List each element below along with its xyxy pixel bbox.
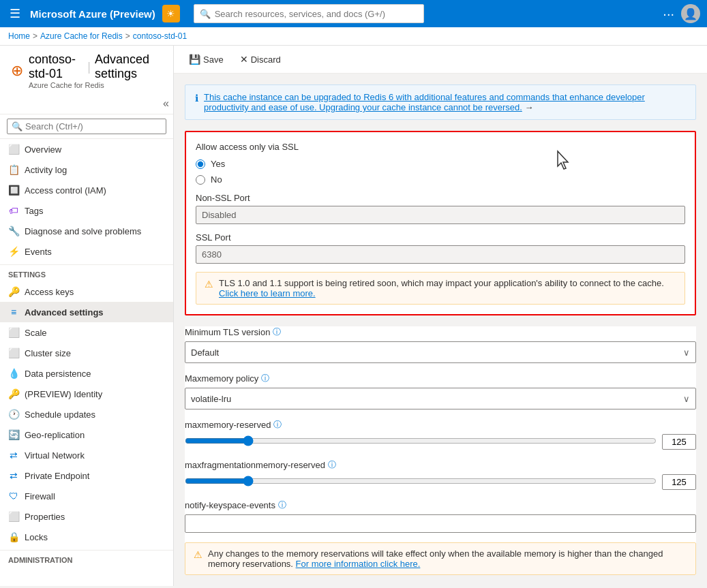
toolbar: 💾 Save ✕ Discard xyxy=(174,46,707,74)
access-keys-icon: 🔑 xyxy=(8,286,19,297)
maxfrag-reserved-value[interactable] xyxy=(662,474,696,490)
sidebar-item-data-persistence[interactable]: 💧 Data persistence xyxy=(0,363,173,384)
admin-section-header: Administration xyxy=(0,550,173,567)
memory-info-link[interactable]: For more information click here. xyxy=(296,559,421,569)
ssl-no-radio[interactable] xyxy=(196,175,205,185)
sidebar-item-label: Scale xyxy=(25,328,47,338)
global-search-box[interactable]: 🔍 xyxy=(194,4,424,23)
sidebar-item-cluster-size[interactable]: ⬜ Cluster size xyxy=(0,343,173,363)
maxfrag-reserved-slider-row xyxy=(185,474,696,490)
sidebar-search-input[interactable] xyxy=(25,121,162,131)
hamburger-menu[interactable]: ☰ xyxy=(7,3,23,24)
maxmemory-reserved-row: maxmemory-reserved ⓘ xyxy=(185,419,696,450)
save-button[interactable]: 💾 Save xyxy=(185,51,228,67)
sidebar-item-geo-replication[interactable]: 🔄 Geo-replication xyxy=(0,424,173,445)
main-layout: ⊕ contoso-std-01 | Advanced settings Azu… xyxy=(0,46,707,586)
sidebar-item-label: Access control (IAM) xyxy=(25,185,106,196)
sidebar-item-label: Events xyxy=(25,247,52,257)
global-search-input[interactable] xyxy=(215,9,418,19)
overview-icon: ⬜ xyxy=(8,144,19,155)
breadcrumb-resource[interactable]: contoso-std-01 xyxy=(133,31,187,41)
settings-section-header: Settings xyxy=(0,264,173,281)
maxmemory-info-icon[interactable]: ⓘ xyxy=(261,373,269,384)
ssl-yes-option[interactable]: Yes xyxy=(196,159,685,169)
resource-type: Azure Cache for Redis xyxy=(29,81,162,89)
notify-keyspace-row: notify-keyspace-events ⓘ xyxy=(185,499,696,533)
tls-warning-text: TLS 1.0 and 1.1 support is being retired… xyxy=(219,278,676,298)
maxmemory-reserved-slider[interactable] xyxy=(185,435,657,446)
sidebar-item-schedule-updates[interactable]: 🕐 Schedule updates xyxy=(0,404,173,424)
sidebar-item-private-endpoint[interactable]: ⇄ Private Endpoint xyxy=(0,465,173,486)
memory-warning-text: Any changes to the memory reservations w… xyxy=(208,548,687,569)
firewall-icon: 🛡 xyxy=(8,491,19,501)
private-endpoint-icon: ⇄ xyxy=(8,470,19,481)
tls-version-dropdown[interactable]: Default ∨ xyxy=(185,341,696,363)
tls-version-value: Default xyxy=(191,347,219,358)
vnet-icon: ⇄ xyxy=(8,450,19,461)
events-icon: ⚡ xyxy=(8,246,19,257)
topnav-more-button[interactable]: ··· xyxy=(663,6,674,22)
ssl-port-field: SSL Port xyxy=(196,232,685,264)
sidebar-item-label: Locks xyxy=(25,532,48,542)
save-icon: 💾 xyxy=(189,54,200,65)
ssl-no-option[interactable]: No xyxy=(196,174,685,185)
discard-icon: ✕ xyxy=(240,54,248,65)
sidebar-item-tags[interactable]: 🏷 Tags xyxy=(0,200,173,221)
upgrade-link[interactable]: This cache instance can be upgraded to R… xyxy=(204,92,645,112)
sidebar-item-label: Geo-replication xyxy=(25,430,85,440)
tls-version-label: Minimum TLS version ⓘ xyxy=(185,326,696,338)
notify-keyspace-info-icon[interactable]: ⓘ xyxy=(278,499,286,511)
sidebar-nav: ⬜ Overview 📋 Activity log 🔲 Access contr… xyxy=(0,139,173,586)
sidebar-item-scale[interactable]: ⬜ Scale xyxy=(0,322,173,343)
diagnose-icon: 🔧 xyxy=(8,226,19,236)
locks-icon: 🔒 xyxy=(8,531,19,542)
content-area: 💾 Save ✕ Discard ℹ This cache instance c… xyxy=(174,46,707,586)
schedule-icon: 🕐 xyxy=(8,409,19,420)
top-navigation: ☰ Microsoft Azure (Preview) ☀ 🔍 ··· 👤 xyxy=(0,0,707,27)
maxmemory-reserved-info-icon[interactable]: ⓘ xyxy=(273,419,282,431)
discard-button[interactable]: ✕ Discard xyxy=(236,51,285,67)
sidebar-item-overview[interactable]: ⬜ Overview xyxy=(0,139,173,159)
sidebar-item-advanced-settings[interactable]: ≡ Advanced settings xyxy=(0,302,173,322)
ssl-port-input[interactable] xyxy=(196,245,685,264)
sidebar-item-firewall[interactable]: 🛡 Firewall xyxy=(0,486,173,506)
azure-icon: ☀ xyxy=(162,5,180,22)
memory-warning-icon: ⚠ xyxy=(194,549,202,560)
sidebar-item-events[interactable]: ⚡ Events xyxy=(0,241,173,262)
tls-chevron-icon: ∨ xyxy=(683,347,690,358)
maxfrag-reserved-row: maxfragmentationmemory-reserved ⓘ xyxy=(185,459,696,490)
sidebar-item-properties[interactable]: ⬜ Properties xyxy=(0,506,173,527)
resource-name: contoso-std-01 xyxy=(29,52,83,81)
sidebar-item-iam[interactable]: 🔲 Access control (IAM) xyxy=(0,180,173,200)
sidebar-item-locks[interactable]: 🔒 Locks xyxy=(0,527,173,547)
sidebar-item-label: Firewall xyxy=(25,491,55,501)
sidebar-item-identity[interactable]: 🔑 (PREVIEW) Identity xyxy=(0,384,173,404)
maxmemory-policy-dropdown[interactable]: volatile-lru ∨ xyxy=(185,388,696,409)
tls-warning-box: ⚠ TLS 1.0 and 1.1 support is being retir… xyxy=(196,272,685,305)
notify-keyspace-input[interactable] xyxy=(185,514,696,533)
warning-icon: ⚠ xyxy=(205,279,213,290)
tls-learn-more-link[interactable]: Click here to learn more. xyxy=(219,288,316,298)
maxmemory-reserved-value[interactable] xyxy=(662,434,696,450)
ssl-radio-group: Yes No xyxy=(196,159,685,185)
breadcrumb-cache[interactable]: Azure Cache for Redis xyxy=(40,31,123,41)
sidebar-item-activity-log[interactable]: 📋 Activity log xyxy=(0,159,173,180)
maxfrag-info-icon[interactable]: ⓘ xyxy=(328,459,336,471)
sidebar-item-diagnose[interactable]: 🔧 Diagnose and solve problems xyxy=(0,221,173,241)
ssl-yes-radio[interactable] xyxy=(196,159,205,169)
sidebar-item-label: Private Endpoint xyxy=(25,471,89,481)
nonssl-port-input[interactable] xyxy=(196,206,685,224)
tls-version-row: Minimum TLS version ⓘ Default ∨ xyxy=(185,326,696,363)
user-avatar[interactable]: 👤 xyxy=(681,4,700,23)
breadcrumb-home[interactable]: Home xyxy=(8,31,30,41)
maxfrag-reserved-slider[interactable] xyxy=(185,476,657,486)
notify-keyspace-label: notify-keyspace-events ⓘ xyxy=(185,499,696,511)
tls-info-icon[interactable]: ⓘ xyxy=(273,326,281,338)
sidebar-item-label: Access keys xyxy=(25,287,74,297)
sidebar-item-virtual-network[interactable]: ⇄ Virtual Network xyxy=(0,445,173,465)
sidebar-item-access-keys[interactable]: 🔑 Access keys xyxy=(0,281,173,302)
data-persistence-icon: 💧 xyxy=(8,368,19,379)
sidebar-item-label: Diagnose and solve problems xyxy=(25,226,141,236)
sidebar-collapse-bar: « xyxy=(0,93,173,114)
sidebar-collapse-button[interactable]: « xyxy=(163,97,169,110)
